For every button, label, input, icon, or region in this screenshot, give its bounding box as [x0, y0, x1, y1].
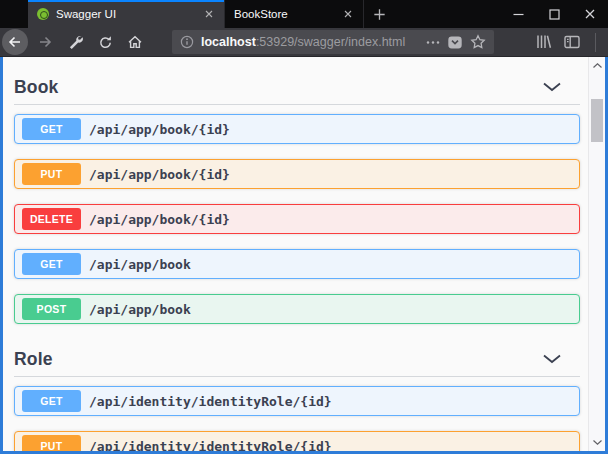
wrench-icon [68, 35, 83, 50]
endpoint-path: /api/app/book [89, 257, 191, 272]
method-badge: GET [22, 390, 81, 412]
section-divider [14, 104, 580, 105]
toolbar-right [536, 33, 608, 52]
back-icon [7, 34, 23, 50]
section-divider [14, 376, 580, 377]
toolbar-separator [595, 33, 596, 52]
section-title: Book [14, 77, 59, 98]
endpoint-row[interactable]: GET /api/app/book/{id} [14, 114, 580, 144]
bookmark-star-icon[interactable] [470, 34, 486, 50]
library-icon[interactable] [536, 34, 552, 50]
endpoint-row[interactable]: POST /api/app/book [14, 294, 580, 324]
endpoint-row[interactable]: PUT /api/identity/identityRole/{id} [14, 431, 580, 451]
tab-swagger-ui[interactable]: Swagger UI [28, 0, 224, 28]
endpoint-row[interactable]: DELETE /api/app/book/{id} [14, 204, 580, 234]
method-badge: PUT [22, 163, 81, 185]
forward-button[interactable] [32, 29, 58, 55]
chevron-down-icon[interactable] [542, 354, 562, 364]
url-host: localhost [201, 35, 256, 49]
endpoint-path: /api/app/book/{id} [89, 122, 230, 137]
tab-title: BookStore [234, 8, 335, 20]
page-tools-button[interactable] [62, 29, 88, 55]
pocket-icon[interactable] [447, 35, 463, 50]
chevron-down-icon [593, 440, 602, 445]
close-icon [584, 8, 596, 20]
method-badge: GET [22, 118, 81, 140]
endpoint-row[interactable]: GET /api/app/book [14, 249, 580, 279]
endpoint-path: /api/app/book/{id} [89, 167, 230, 182]
close-tab-icon[interactable] [342, 8, 354, 20]
title-bar: Swagger UI BookStore [0, 0, 608, 28]
minimize-icon [513, 9, 524, 20]
endpoint-path: /api/app/book/{id} [89, 212, 230, 227]
chevron-down-icon[interactable] [542, 82, 562, 92]
swagger-page: Book GET /api/app/book/{id} PUT /api/app… [3, 57, 588, 451]
swagger-favicon-icon [37, 8, 49, 20]
scrollbar-thumb[interactable] [591, 99, 603, 142]
chevron-up-icon [593, 63, 602, 68]
method-badge: GET [22, 253, 81, 275]
url-text: localhost:53929/swagger/index.html [201, 35, 419, 49]
home-icon [127, 34, 143, 50]
page-actions-icon[interactable] [426, 40, 440, 45]
scroll-down-button[interactable] [593, 440, 602, 445]
method-badge: PUT [22, 435, 81, 451]
endpoint-row[interactable]: PUT /api/app/book/{id} [14, 159, 580, 189]
reload-icon [98, 35, 113, 50]
method-badge: DELETE [22, 208, 81, 230]
vertical-scrollbar[interactable] [588, 57, 605, 451]
address-bar[interactable]: localhost:53929/swagger/index.html [172, 30, 494, 54]
minimize-button[interactable] [500, 0, 536, 28]
new-tab-button[interactable] [364, 0, 394, 28]
endpoint-path: /api/identity/identityRole/{id} [89, 439, 332, 452]
forward-icon [37, 34, 53, 50]
endpoint-row[interactable]: GET /api/identity/identityRole/{id} [14, 386, 580, 416]
close-tab-icon[interactable] [203, 8, 215, 20]
page-content: Book GET /api/app/book/{id} PUT /api/app… [0, 57, 608, 454]
section-header-role[interactable]: Role [14, 349, 580, 369]
tab-title: Swagger UI [56, 8, 196, 20]
plus-icon [372, 7, 387, 22]
browser-window: Swagger UI BookStore [0, 0, 608, 454]
section-header-book[interactable]: Book [14, 77, 580, 97]
maximize-button[interactable] [536, 0, 572, 28]
reload-button[interactable] [92, 29, 118, 55]
site-info-icon[interactable] [180, 35, 194, 49]
endpoint-path: /api/identity/identityRole/{id} [89, 394, 332, 409]
maximize-icon [549, 9, 560, 20]
sidebar-icon[interactable] [564, 34, 580, 50]
method-badge: POST [22, 298, 81, 320]
window-controls [500, 0, 608, 28]
tab-bookstore[interactable]: BookStore [224, 0, 364, 28]
back-button[interactable] [2, 29, 28, 55]
navigation-bar: localhost:53929/swagger/index.html [0, 28, 608, 57]
close-window-button[interactable] [572, 0, 608, 28]
scroll-up-button[interactable] [593, 63, 602, 68]
endpoint-path: /api/app/book [89, 302, 191, 317]
url-path: :53929/swagger/index.html [256, 35, 405, 49]
home-button[interactable] [122, 29, 148, 55]
section-title: Role [14, 349, 53, 370]
